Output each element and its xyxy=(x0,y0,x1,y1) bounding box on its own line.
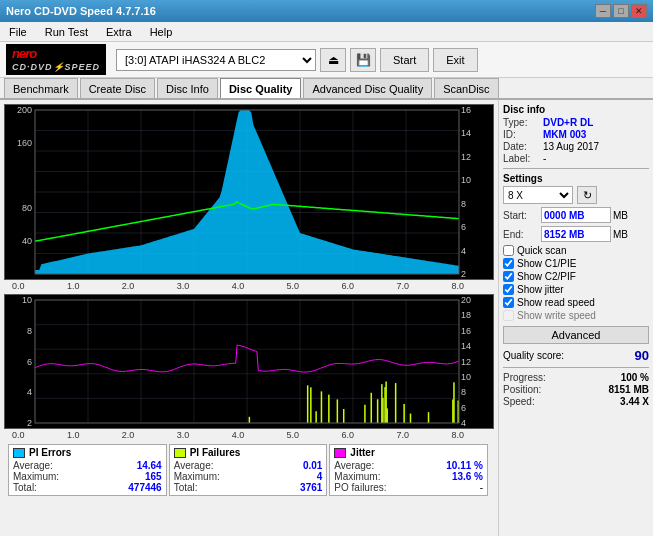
show-jitter-row[interactable]: Show jitter xyxy=(503,284,649,295)
tab-scandisc[interactable]: ScanDisc xyxy=(434,78,498,98)
tab-disc-quality[interactable]: Disc Quality xyxy=(220,78,302,98)
main-content: 0.01.0 2.03.0 4.05.0 6.07.0 8.0 0.01.0 2… xyxy=(0,100,653,536)
drive-select[interactable]: [3:0] ATAPI iHAS324 A BLC2 xyxy=(116,49,316,71)
tab-create-disc[interactable]: Create Disc xyxy=(80,78,155,98)
menu-file[interactable]: File xyxy=(4,24,32,40)
right-panel: Disc info Type: DVD+R DL ID: MKM 003 Dat… xyxy=(498,100,653,536)
refresh-button[interactable]: ↻ xyxy=(577,186,597,204)
menu-bar: File Run Test Extra Help xyxy=(0,22,653,42)
progress-section: Progress: 100 % Position: 8151 MB Speed:… xyxy=(503,372,649,407)
show-write-speed-row: Show write speed xyxy=(503,310,649,321)
upper-x-axis: 0.01.0 2.03.0 4.05.0 6.07.0 8.0 xyxy=(4,280,494,292)
app-title: Nero CD-DVD Speed 4.7.7.16 xyxy=(6,5,156,17)
pi-failures-title: PI Failures xyxy=(190,447,241,458)
lower-x-axis: 0.01.0 2.03.0 4.05.0 6.07.0 8.0 xyxy=(4,429,494,441)
menu-run-test[interactable]: Run Test xyxy=(40,24,93,40)
speed-select[interactable]: 8 X xyxy=(503,186,573,204)
pi-failures-color xyxy=(174,448,186,458)
jitter-color xyxy=(334,448,346,458)
save-icon[interactable]: 💾 xyxy=(350,48,376,72)
show-c2-checkbox[interactable] xyxy=(503,271,514,282)
advanced-button[interactable]: Advanced xyxy=(503,326,649,344)
quality-score-value: 90 xyxy=(635,348,649,363)
position-value: 8151 MB xyxy=(608,384,649,395)
upper-chart xyxy=(4,104,494,280)
pi-errors-title: PI Errors xyxy=(29,447,71,458)
divider-1 xyxy=(503,168,649,169)
eject-icon[interactable]: ⏏ xyxy=(320,48,346,72)
show-c2-row[interactable]: Show C2/PIF xyxy=(503,271,649,282)
disc-date-value: 13 Aug 2017 xyxy=(543,141,599,152)
title-bar: Nero CD-DVD Speed 4.7.7.16 ─ □ ✕ xyxy=(0,0,653,22)
show-read-speed-checkbox[interactable] xyxy=(503,297,514,308)
end-mb-input[interactable] xyxy=(541,226,611,242)
legend-area: PI Errors Average: 14.64 Maximum: 165 To… xyxy=(4,441,494,496)
nero-logo: nero CD·DVD⚡SPEED xyxy=(6,44,106,74)
disc-type-value: DVD+R DL xyxy=(543,117,593,128)
disc-label-value: - xyxy=(543,153,546,164)
show-c1-row[interactable]: Show C1/PIE xyxy=(503,258,649,269)
show-c1-checkbox[interactable] xyxy=(503,258,514,269)
tab-benchmark[interactable]: Benchmark xyxy=(4,78,78,98)
charts-area: 0.01.0 2.03.0 4.05.0 6.07.0 8.0 0.01.0 2… xyxy=(0,100,498,536)
legend-pi-errors: PI Errors Average: 14.64 Maximum: 165 To… xyxy=(8,444,167,496)
start-button[interactable]: Start xyxy=(380,48,429,72)
tab-bar: Benchmark Create Disc Disc Info Disc Qua… xyxy=(0,78,653,100)
quality-score-label: Quality score: xyxy=(503,350,564,361)
settings-title: Settings xyxy=(503,173,649,184)
menu-extra[interactable]: Extra xyxy=(101,24,137,40)
progress-value: 100 % xyxy=(621,372,649,383)
speed-value: 3.44 X xyxy=(620,396,649,407)
quick-scan-checkbox[interactable] xyxy=(503,245,514,256)
jitter-title: Jitter xyxy=(350,447,374,458)
start-mb-input[interactable] xyxy=(541,207,611,223)
legend-pi-failures: PI Failures Average: 0.01 Maximum: 4 Tot… xyxy=(169,444,328,496)
maximize-button[interactable]: □ xyxy=(613,4,629,18)
menu-help[interactable]: Help xyxy=(145,24,178,40)
lower-chart xyxy=(4,294,494,429)
tab-disc-info[interactable]: Disc Info xyxy=(157,78,218,98)
exit-button[interactable]: Exit xyxy=(433,48,477,72)
pi-errors-color xyxy=(13,448,25,458)
legend-jitter: Jitter Average: 10.11 % Maximum: 13.6 % … xyxy=(329,444,488,496)
quick-scan-row[interactable]: Quick scan xyxy=(503,245,649,256)
minimize-button[interactable]: ─ xyxy=(595,4,611,18)
tab-advanced-disc-quality[interactable]: Advanced Disc Quality xyxy=(303,78,432,98)
show-jitter-checkbox[interactable] xyxy=(503,284,514,295)
window-controls: ─ □ ✕ xyxy=(595,4,647,18)
disc-id-value: MKM 003 xyxy=(543,129,586,140)
disc-info-title: Disc info xyxy=(503,104,649,115)
show-read-speed-row[interactable]: Show read speed xyxy=(503,297,649,308)
show-write-speed-checkbox xyxy=(503,310,514,321)
toolbar: nero CD·DVD⚡SPEED [3:0] ATAPI iHAS324 A … xyxy=(0,42,653,78)
close-button[interactable]: ✕ xyxy=(631,4,647,18)
divider-2 xyxy=(503,367,649,368)
